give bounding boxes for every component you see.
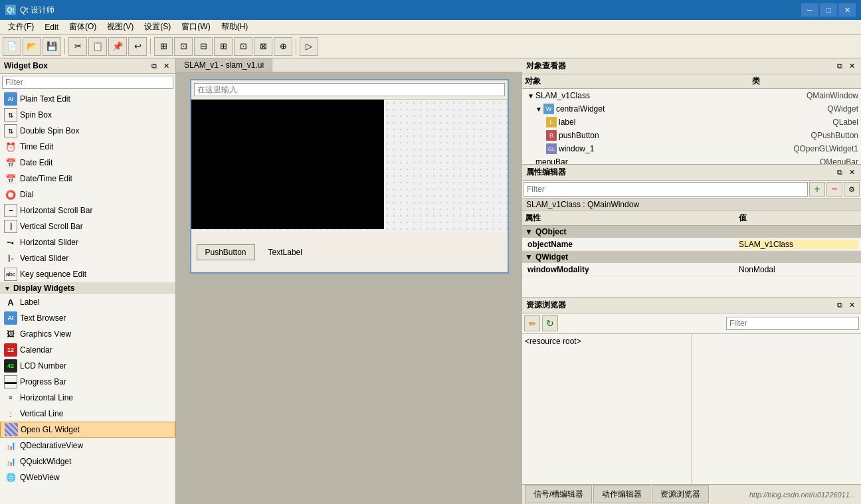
toolbar-break[interactable]: ⊠: [254, 37, 272, 56]
widget-item-hslider[interactable]: ━⬥ Horizontal Slider: [0, 234, 175, 250]
title-bar: Qt Qt 设计师 ─ □ ✕: [0, 0, 861, 20]
toolbar-adj[interactable]: ⊕: [274, 37, 292, 56]
widget-item-double-spin-box[interactable]: ⇅ Double Spin Box: [0, 123, 175, 139]
push-button[interactable]: PushButton: [197, 244, 255, 260]
widget-item-key-seq-edit[interactable]: abc Key sequence Edit: [0, 266, 175, 282]
widget-item-datetime-edit[interactable]: 📅 Date/Time Edit: [0, 171, 175, 187]
resource-browser-float[interactable]: ⧉: [834, 300, 845, 311]
prop-config-btn[interactable]: ⚙: [844, 182, 860, 197]
toolbar-form[interactable]: ⊡: [234, 37, 252, 56]
toolbar-copy[interactable]: 📋: [88, 37, 107, 56]
resource-refresh-btn[interactable]: ↻: [542, 315, 558, 331]
resource-tree[interactable]: <resource root>: [522, 334, 692, 484]
design-tab-slam[interactable]: SLAM_v1 - slam_v1.ui: [176, 58, 272, 72]
form-input-field[interactable]: [194, 83, 505, 96]
obj-row-slam[interactable]: ▼ SLAM_v1Class QMainWindow: [522, 89, 861, 102]
obj-row-menubar[interactable]: menuBar QMenuBar: [522, 155, 861, 164]
prop-section-arrow: ▼: [525, 227, 533, 236]
widget-box-header: Widget Box ⧉ ✕: [0, 58, 175, 74]
toolbar-save[interactable]: 💾: [43, 37, 61, 56]
toolbar-vbox[interactable]: ⊟: [194, 37, 213, 56]
widget-item-hscrollbar[interactable]: ━ Horizontal Scroll Bar: [0, 203, 175, 218]
widget-item-date-edit[interactable]: 📅 Date Edit: [0, 155, 175, 171]
menu-form[interactable]: 窗体(O): [64, 20, 102, 34]
widget-item-qquickwidget[interactable]: 📊 QQuickWidget: [0, 454, 175, 469]
widget-box: Widget Box ⧉ ✕ AI Plain Text Edit ⇅ Spin…: [0, 58, 176, 504]
prop-row-windowmodality[interactable]: windowModality NonModal: [522, 263, 861, 276]
widget-item-hline[interactable]: ≡ Horizontal Line: [0, 390, 175, 406]
widget-box-close[interactable]: ✕: [161, 60, 171, 71]
close-button[interactable]: ✕: [838, 3, 856, 17]
resource-edit-btn[interactable]: ✏: [524, 315, 540, 331]
widget-item-plain-text-edit[interactable]: AI Plain Text Edit: [0, 91, 175, 107]
obj-inspector-float[interactable]: ⧉: [834, 61, 845, 72]
obj-name: label: [559, 118, 832, 127]
widget-item-text-browser[interactable]: AI Text Browser: [0, 310, 175, 326]
menu-help[interactable]: 帮助(H): [216, 20, 254, 34]
widget-item-vscrollbar[interactable]: ┃ Vertical Scroll Bar: [0, 218, 175, 234]
widget-item-spin-box[interactable]: ⇅ Spin Box: [0, 107, 175, 123]
widget-box-float[interactable]: ⧉: [149, 60, 159, 71]
prop-filter-input[interactable]: [524, 182, 808, 197]
obj-row-centralwidget[interactable]: ▼ W centralWidget QWidget: [522, 102, 861, 116]
menu-view[interactable]: 视图(V): [102, 20, 139, 34]
widget-item-time-edit[interactable]: ⏰ Time Edit: [0, 139, 175, 155]
tab-action-editor[interactable]: 动作编辑器: [593, 485, 650, 503]
widget-item-vline[interactable]: ⋮ Vertical Line: [0, 406, 175, 422]
prop-col-header: 属性 值: [522, 211, 861, 226]
maximize-button[interactable]: □: [820, 3, 837, 17]
widget-item-opengl[interactable]: Open GL Widget: [0, 422, 175, 438]
plain-text-edit-icon: AI: [4, 92, 17, 106]
toolbar-grid[interactable]: ⊞: [214, 37, 233, 56]
widget-item-graphics-view[interactable]: 🖼 Graphics View: [0, 326, 175, 342]
obj-inspector-close[interactable]: ✕: [846, 61, 857, 72]
menu-file[interactable]: 文件(F): [3, 20, 39, 34]
widget-item-progress-bar[interactable]: ▬▬ Progress Bar: [0, 374, 175, 390]
prop-editor-float[interactable]: ⧉: [834, 167, 845, 178]
toolbar-hbox[interactable]: ⊡: [174, 37, 193, 56]
menu-edit[interactable]: Edit: [39, 21, 64, 33]
widget-item-qdeclarativeview[interactable]: 📊 QDeclarativeView: [0, 438, 175, 454]
obj-tree: ▼ SLAM_v1Class QMainWindow ▼ W centralWi…: [522, 89, 861, 164]
obj-icon-centralwidget: W: [543, 104, 554, 114]
tab-resource-browser[interactable]: 资源浏览器: [652, 485, 709, 503]
toolbar-paste[interactable]: 📌: [108, 37, 127, 56]
prop-name-objectname: objectName: [525, 240, 739, 249]
prop-section-qobject: ▼ QObject: [522, 226, 861, 238]
date-edit-icon: 📅: [4, 156, 17, 169]
widget-item-label: Open GL Widget: [21, 425, 80, 434]
menu-window[interactable]: 窗口(W): [176, 20, 215, 34]
toolbar-preview[interactable]: ▷: [300, 37, 318, 56]
display-widgets-section[interactable]: ▼ Display Widgets: [0, 282, 175, 294]
prop-editor-close[interactable]: ✕: [846, 167, 857, 178]
widget-item-lcd-number[interactable]: 42 LCD Number: [0, 358, 175, 374]
widget-item-qwebview[interactable]: 🌐 QWebView: [0, 469, 175, 485]
resource-root-label: <resource root>: [525, 337, 581, 346]
obj-row-pushbutton[interactable]: B pushButton QPushButton: [522, 129, 861, 142]
toolbar-open[interactable]: 📂: [23, 37, 41, 56]
prop-col-name: 属性: [525, 212, 739, 224]
toolbar-undo[interactable]: ↩: [128, 37, 147, 56]
toolbar-new[interactable]: 📄: [3, 37, 21, 56]
prop-add-btn[interactable]: +: [809, 182, 825, 197]
obj-row-label[interactable]: L label QLabel: [522, 116, 861, 129]
widget-item-dial[interactable]: ⭕ Dial: [0, 187, 175, 203]
prop-remove-btn[interactable]: −: [826, 182, 842, 197]
prop-row-objectname[interactable]: objectName SLAM_v1Class: [522, 238, 861, 251]
widget-item-vslider[interactable]: ┃⬦ Vertical Slider: [0, 250, 175, 266]
resource-filter-input[interactable]: [726, 317, 859, 330]
toolbar-widget[interactable]: ⊞: [154, 37, 173, 56]
design-canvas-wrap[interactable]: PushButton TextLabel: [176, 72, 522, 504]
obj-row-window1[interactable]: GL window_1 QOpenGLWidget1: [522, 142, 861, 155]
menu-settings[interactable]: 设置(S): [139, 20, 176, 34]
widget-filter-input[interactable]: [2, 76, 173, 89]
widget-item-label: Text Browser: [20, 313, 66, 323]
widget-item-calendar[interactable]: 12 Calendar: [0, 342, 175, 358]
resource-browser-title: 资源浏览器: [526, 299, 566, 311]
widget-item-label[interactable]: A Label: [0, 294, 175, 310]
tab-signal-slot[interactable]: 信号/槽编辑器: [525, 485, 592, 503]
resource-browser-close[interactable]: ✕: [846, 300, 857, 311]
resource-browser-header: 资源浏览器 ⧉ ✕: [522, 297, 861, 313]
minimize-button[interactable]: ─: [801, 3, 818, 17]
toolbar-cut[interactable]: ✂: [68, 37, 87, 56]
